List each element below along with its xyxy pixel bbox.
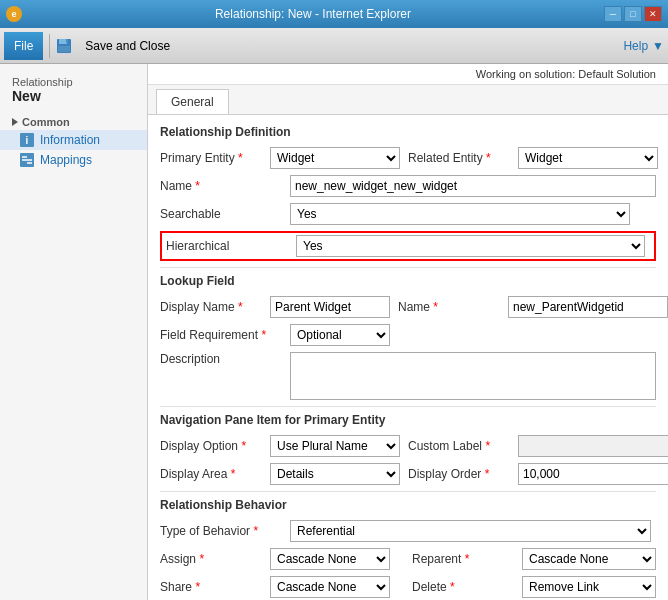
reparent-label: Reparent * <box>412 552 522 566</box>
related-required-star: * <box>486 151 491 165</box>
searchable-select[interactable]: Yes <box>290 203 630 225</box>
field-requirement-row: Field Requirement * Optional <box>160 324 656 346</box>
solution-bar: Working on solution: Default Solution <box>148 64 668 85</box>
close-button[interactable]: ✕ <box>644 6 662 22</box>
display-option-label: Display Option * <box>160 439 270 453</box>
share-delete-row: Share * Cascade None Delete * Remove Lin… <box>160 576 656 598</box>
save-icon <box>56 38 72 54</box>
display-order-label: Display Order * <box>408 467 518 481</box>
primary-entity-label: Primary Entity * <box>160 151 270 165</box>
section-expand-icon <box>12 118 18 126</box>
file-button[interactable]: File <box>4 32 43 60</box>
custom-label-label: Custom Label * <box>408 439 518 453</box>
information-icon: i <box>20 133 34 147</box>
share-select[interactable]: Cascade None <box>270 576 390 598</box>
type-of-behavior-label: Type of Behavior * <box>160 524 290 538</box>
help-label: Help <box>623 39 648 53</box>
svg-rect-2 <box>66 39 68 43</box>
description-label: Description <box>160 352 290 366</box>
window-title: Relationship: New - Internet Explorer <box>22 7 604 21</box>
display-order-input[interactable] <box>518 463 668 485</box>
share-label: Share * <box>160 580 270 594</box>
assign-label: Assign * <box>160 552 270 566</box>
description-row: Description <box>160 352 656 400</box>
tab-general[interactable]: General <box>156 89 229 114</box>
display-name-input[interactable] <box>270 296 390 318</box>
entity-header: Relationship New <box>0 72 147 108</box>
reparent-select[interactable]: Cascade None <box>522 548 656 570</box>
sidebar-section-common: Common <box>0 108 147 130</box>
sidebar-item-mappings[interactable]: Mappings <box>0 150 147 170</box>
tab-bar: General <box>148 85 668 115</box>
related-entity-select[interactable]: Widget <box>518 147 658 169</box>
entity-type-label: Relationship <box>12 76 135 88</box>
primary-entity-select[interactable]: Widget <box>270 147 400 169</box>
name-input[interactable] <box>290 175 656 197</box>
entity-name-label: New <box>12 88 135 104</box>
display-option-custom-label-row: Display Option * Use Plural Name Custom … <box>160 435 656 457</box>
window-controls[interactable]: ─ □ ✕ <box>604 6 662 22</box>
display-name-label: Display Name * <box>160 300 270 314</box>
form-content: Relationship Definition Primary Entity *… <box>148 115 668 600</box>
title-bar: e Relationship: New - Internet Explorer … <box>0 0 668 28</box>
help-area[interactable]: Help ▼ <box>623 39 664 53</box>
name-label: Name * <box>160 179 290 193</box>
section-relationship-definition: Relationship Definition <box>160 125 656 141</box>
name2-input[interactable] <box>508 296 668 318</box>
assign-reparent-row: Assign * Cascade None Reparent * Cascade… <box>160 548 656 570</box>
app-icon: e <box>6 6 22 22</box>
svg-rect-3 <box>58 46 70 52</box>
display-area-order-row: Display Area * Details Display Order * <box>160 463 656 485</box>
section-relationship-behavior: Relationship Behavior <box>160 498 656 514</box>
section-nav-pane: Navigation Pane Item for Primary Entity <box>160 413 656 429</box>
hierarchical-row: Hierarchical Yes <box>166 235 650 257</box>
right-panel: Working on solution: Default Solution Ge… <box>148 64 668 600</box>
type-of-behavior-select[interactable]: Referential <box>290 520 651 542</box>
searchable-row: Searchable Yes <box>160 203 656 225</box>
field-requirement-label: Field Requirement * <box>160 328 290 342</box>
mappings-icon <box>20 153 34 167</box>
delete-select[interactable]: Remove Link <box>522 576 656 598</box>
description-textarea[interactable] <box>290 352 656 400</box>
sidebar: Relationship New Common i Information Ma… <box>0 64 148 600</box>
searchable-label: Searchable <box>160 207 290 221</box>
delete-label: Delete * <box>412 580 522 594</box>
help-dropdown-icon[interactable]: ▼ <box>652 39 664 53</box>
save-and-close-button[interactable]: Save and Close <box>78 32 177 60</box>
display-area-label: Display Area * <box>160 467 270 481</box>
type-of-behavior-row: Type of Behavior * Referential <box>160 520 656 542</box>
minimize-button[interactable]: ─ <box>604 6 622 22</box>
display-area-select[interactable]: Details <box>270 463 400 485</box>
section-lookup-field: Lookup Field <box>160 274 656 290</box>
display-option-select[interactable]: Use Plural Name <box>270 435 400 457</box>
assign-select[interactable]: Cascade None <box>270 548 390 570</box>
name-row: Name * <box>160 175 656 197</box>
display-name-name-row: Display Name * Name * <box>160 296 656 318</box>
hierarchical-label: Hierarchical <box>166 239 296 253</box>
field-requirement-select[interactable]: Optional <box>290 324 390 346</box>
custom-label-input[interactable] <box>518 435 668 457</box>
restore-button[interactable]: □ <box>624 6 642 22</box>
related-entity-label: Related Entity * <box>408 151 518 165</box>
main-content: Relationship New Common i Information Ma… <box>0 64 668 600</box>
hierarchical-row-highlight: Hierarchical Yes <box>160 231 656 261</box>
hierarchical-select[interactable]: Yes <box>296 235 645 257</box>
sidebar-item-information[interactable]: i Information <box>0 130 147 150</box>
svg-rect-1 <box>59 39 67 44</box>
primary-required-star: * <box>238 151 243 165</box>
primary-related-entity-row: Primary Entity * Widget Related Entity *… <box>160 147 656 169</box>
name2-label: Name * <box>398 300 508 314</box>
toolbar: File Save and Close Help ▼ <box>0 28 668 64</box>
svg-text:i: i <box>26 135 29 146</box>
